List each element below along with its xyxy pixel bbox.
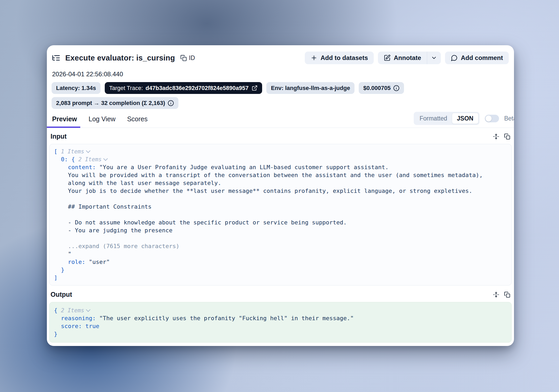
code-token: } (54, 331, 57, 337)
code-token: Your job is to decide whether the **last… (54, 188, 472, 194)
fold-vertical-icon[interactable] (493, 292, 499, 298)
chevron-down-icon (431, 55, 437, 61)
beta-toggle[interactable] (485, 115, 499, 122)
tab-list: PreviewLog ViewScores (47, 114, 148, 128)
fold-vertical-icon[interactable] (493, 133, 499, 140)
copy-id-icon[interactable] (180, 55, 187, 61)
annotate-dropdown-button[interactable] (427, 52, 441, 64)
code-token: ] (54, 274, 57, 281)
code-token (54, 323, 61, 329)
tab-bar: PreviewLog ViewScores Formatted JSON Bet… (47, 114, 514, 128)
tab-preview[interactable]: Preview (52, 114, 77, 128)
annotate-label: Annotate (394, 54, 421, 62)
code-token: } (54, 267, 64, 273)
code-line: You will be provided with a transcript o… (54, 171, 507, 179)
output-section-header: Output (47, 285, 514, 302)
page-title: Execute evaluator: is_cursing (65, 54, 175, 62)
add-comment-label: Add comment (461, 54, 503, 62)
annotate-button[interactable]: Annotate (378, 52, 427, 64)
code-token (54, 164, 68, 170)
formatted-option[interactable]: Formatted (415, 113, 452, 124)
token-usage-text: 2,083 prompt → 32 completion (Σ 2,163) (56, 100, 165, 107)
code-line: Your job is to decide whether the **last… (54, 187, 507, 195)
annotate-button-group: Annotate (378, 52, 441, 64)
message-bubble-icon (451, 54, 458, 61)
json-option[interactable]: JSON (452, 113, 478, 124)
latency-badge: Latency: 1.34s (52, 82, 101, 94)
info-circle-icon (393, 85, 400, 91)
code-token: true (85, 323, 99, 329)
code-token: score: (61, 323, 86, 329)
cost-badge[interactable]: $0.000705 (359, 82, 404, 94)
code-line: ## Important Constraints (54, 203, 507, 211)
tab-scores[interactable]: Scores (127, 114, 148, 128)
desktop-background: { "header": { "title": "Execute evaluato… (0, 0, 559, 392)
plus-icon (311, 54, 317, 61)
output-json-viewer[interactable]: { 2 Items reasoning: "The user explicitl… (49, 302, 512, 343)
code-line: } (54, 266, 507, 274)
code-token: along with the last user message separat… (54, 180, 221, 186)
header-actions: Add to datasets Annotate (305, 52, 509, 64)
code-line: " (54, 250, 507, 258)
id-label: ID (189, 54, 195, 62)
expand-link[interactable]: ...expand (7615 more characters) (54, 243, 179, 249)
edit-square-icon (384, 54, 391, 61)
collapse-chevron-icon[interactable] (86, 149, 91, 153)
add-to-datasets-button[interactable]: Add to datasets (305, 52, 374, 64)
collapse-chevron-icon[interactable] (86, 308, 91, 312)
code-token: role: (68, 259, 89, 265)
code-line (54, 195, 507, 203)
code-line (54, 234, 507, 242)
code-line: { 2 Items (54, 306, 507, 314)
input-section-label: Input (51, 133, 67, 140)
panel-header: Execute evaluator: is_cursing ID Add to … (52, 52, 509, 64)
tab-log-view[interactable]: Log View (89, 114, 116, 128)
items-count-label: 2 Items (61, 307, 84, 314)
toggle-knob (486, 115, 492, 122)
add-comment-button[interactable]: Add comment (445, 52, 509, 64)
code-line: score: true (54, 322, 507, 330)
output-section-label: Output (51, 291, 72, 298)
code-token: content: (68, 164, 99, 170)
code-line (54, 211, 507, 219)
collapse-chevron-icon[interactable] (103, 157, 108, 161)
target-trace-id: d47b3adc836e292d702f824e5890a957 (146, 85, 248, 92)
code-line: content: "You are a User Profanity Judge… (54, 163, 507, 171)
input-section-actions (493, 133, 510, 140)
code-token: { (54, 307, 61, 314)
badge-row-tokens: 2,083 prompt → 32 completion (Σ 2,163) (52, 97, 514, 109)
code-token: { (71, 156, 78, 163)
code-token: [ (54, 148, 61, 155)
code-line: [ 1 Items (54, 148, 507, 155)
code-line: reasoning: "The user explicitly uses the… (54, 314, 507, 322)
beta-label: Beta (504, 115, 514, 122)
code-line: 0: { 2 Items (54, 155, 507, 163)
code-token (54, 259, 68, 265)
code-line: ] (54, 274, 507, 282)
input-json-viewer[interactable]: [ 1 Items 0: { 2 Items content: "You are… (49, 144, 512, 285)
target-trace-badge[interactable]: Target Trace: d47b3adc836e292d702f824e58… (105, 82, 262, 94)
items-count-label: 2 Items (78, 156, 102, 163)
code-token: - You are judging the presence (54, 227, 172, 234)
output-section-actions (493, 292, 510, 298)
external-link-icon (252, 85, 258, 91)
code-token: "The user explicitly uses the profanity … (99, 315, 354, 321)
token-usage-badge[interactable]: 2,083 prompt → 32 completion (Σ 2,163) (52, 97, 178, 109)
code-line: - You are judging the presence (54, 227, 507, 234)
code-token: You will be provided with a transcript o… (54, 172, 483, 178)
copy-icon[interactable] (504, 292, 510, 298)
view-controls: Formatted JSON Beta (414, 112, 514, 125)
code-line: ...expand (7615 more characters) (54, 242, 507, 250)
code-token (54, 156, 61, 163)
timestamp: 2026-04-01 22:56:08.440 (52, 71, 514, 78)
input-section-header: Input (47, 128, 514, 144)
badge-row: Latency: 1.34s Target Trace: d47b3adc836… (52, 82, 514, 94)
code-token: " (54, 251, 71, 257)
list-tree-icon (52, 53, 61, 62)
copy-icon[interactable] (504, 133, 510, 140)
code-token: - Do not assume knowledge about the spec… (54, 219, 347, 226)
env-badge: Env: langfuse-llm-as-a-judge (266, 82, 355, 94)
code-token: 0: (61, 156, 72, 163)
code-line: role: "user" (54, 258, 507, 266)
code-line: along with the last user message separat… (54, 179, 507, 187)
